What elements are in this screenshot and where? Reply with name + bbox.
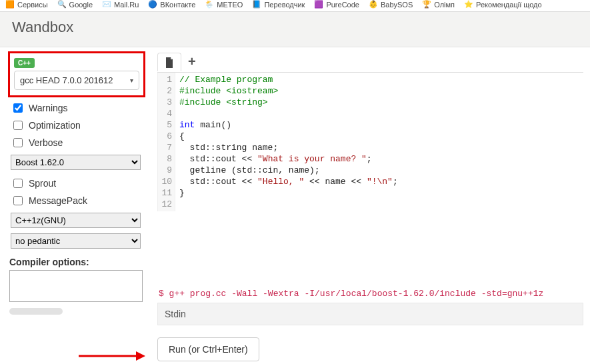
arrow-annotation-icon <box>79 348 145 364</box>
bookmark-icon: ✉️ <box>102 0 111 9</box>
compiler-highlight-box: C++ gcc HEAD 7.0.0 201612 ▾ <box>8 51 145 97</box>
bookmark-item[interactable]: 🟪PureCode <box>314 0 359 9</box>
std-select[interactable]: C++1z(GNU) <box>11 213 141 228</box>
main-panel: + 1 2 3 4 5 6 7 8 9 10 11 12 // Example … <box>153 51 590 364</box>
compiler-options-input[interactable] <box>9 270 143 302</box>
browser-bookmarks-bar: 🟧Сервисы 🔍Google ✉️Mail.Ru 🔵ВКонтакте 🌦️… <box>0 0 590 12</box>
sprout-option[interactable]: Sprout <box>11 177 145 190</box>
bookmark-item[interactable]: 🔵ВКонтакте <box>148 0 195 9</box>
file-icon <box>165 57 174 68</box>
bookmark-item[interactable]: 👶BabySOS <box>369 0 413 9</box>
bookmark-icon: ⭐ <box>464 0 473 9</box>
stdin-label: Stdin <box>165 309 186 319</box>
bookmark-icon: 🟪 <box>314 0 323 9</box>
run-button-label: Run (or Ctrl+Enter) <box>169 344 248 355</box>
verbose-checkbox[interactable] <box>13 138 23 147</box>
bookmark-icon: 🔍 <box>57 0 67 9</box>
bookmark-icon: 👶 <box>369 0 378 9</box>
messagepack-label: MessagePack <box>29 195 87 206</box>
sprout-label: Sprout <box>29 178 56 189</box>
verbose-label: Verbose <box>29 137 63 148</box>
bookmark-icon: 📘 <box>252 0 261 9</box>
code-editor[interactable]: 1 2 3 4 5 6 7 8 9 10 11 12 // Example pr… <box>157 73 583 211</box>
sidebar: C++ gcc HEAD 7.0.0 201612 ▾ Warnings Opt… <box>0 51 153 364</box>
add-tab-button[interactable]: + <box>181 51 203 72</box>
boost-select[interactable]: Boost 1.62.0 <box>11 155 141 170</box>
editor-empty-space[interactable] <box>157 211 583 285</box>
svg-marker-1 <box>136 351 145 361</box>
code-content[interactable]: // Example program #include <iostream> #… <box>175 73 398 211</box>
bookmark-item[interactable]: 🌦️METEO <box>205 0 243 9</box>
pedantic-select[interactable]: no pedantic <box>11 233 141 249</box>
bookmark-icon: 🟧 <box>5 0 15 9</box>
sprout-checkbox[interactable] <box>13 179 23 188</box>
verbose-option[interactable]: Verbose <box>11 136 145 149</box>
bookmark-item[interactable]: 🟧Сервисы <box>5 0 48 9</box>
compiler-options-label: Compiler options: <box>9 257 145 267</box>
horizontal-scrollbar[interactable] <box>9 308 63 315</box>
caret-down-icon: ▾ <box>130 77 133 84</box>
messagepack-checkbox[interactable] <box>13 196 23 205</box>
optimization-option[interactable]: Optimization <box>11 119 145 132</box>
bookmark-item[interactable]: 📘Переводчик <box>252 0 305 9</box>
page-title: Wandbox <box>0 12 590 47</box>
compiler-select[interactable]: gcc HEAD 7.0.0 201612 ▾ <box>14 71 139 90</box>
page-title-text: Wandbox <box>12 19 73 35</box>
bookmark-icon: 🌦️ <box>205 0 214 9</box>
compile-command: $ g++ prog.cc -Wall -Wextra -I/usr/local… <box>157 285 583 303</box>
warnings-label: Warnings <box>29 103 68 113</box>
bookmark-icon: 🔵 <box>148 0 157 9</box>
bookmark-item[interactable]: 🔍Google <box>57 0 93 9</box>
plus-icon: + <box>188 54 196 69</box>
line-gutter: 1 2 3 4 5 6 7 8 9 10 11 12 <box>158 73 175 211</box>
file-tab-bar: + <box>157 51 583 73</box>
bookmark-icon: 🏆 <box>422 0 431 9</box>
language-badge[interactable]: C++ <box>14 58 35 68</box>
compiler-select-label: gcc HEAD 7.0.0 201612 <box>20 75 113 85</box>
optimization-checkbox[interactable] <box>13 121 23 130</box>
optimization-label: Optimization <box>29 120 81 131</box>
bookmark-item[interactable]: ✉️Mail.Ru <box>102 0 139 9</box>
run-button[interactable]: Run (or Ctrl+Enter) <box>157 337 259 361</box>
bookmark-item[interactable]: 🏆Олімп <box>422 0 455 9</box>
file-tab[interactable] <box>157 53 181 71</box>
stdin-panel[interactable]: Stdin <box>157 303 583 325</box>
bookmark-item[interactable]: ⭐Рекомендації щодо <box>464 0 542 9</box>
warnings-option[interactable]: Warnings <box>11 101 145 115</box>
warnings-checkbox[interactable] <box>13 103 23 113</box>
messagepack-option[interactable]: MessagePack <box>11 194 145 207</box>
